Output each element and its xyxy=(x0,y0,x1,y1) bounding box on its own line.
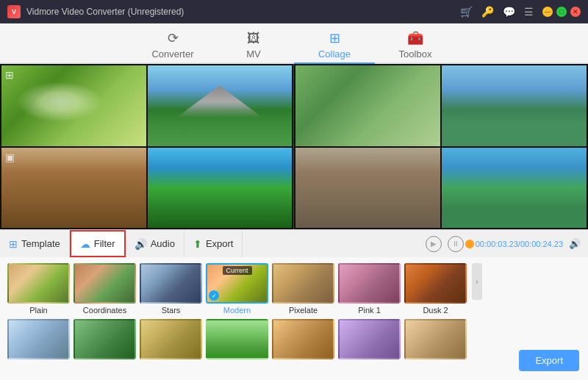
collage-icon: ⊞ xyxy=(329,30,340,46)
filter-r2-1-thumb xyxy=(7,319,70,359)
filter-r2-1[interactable] xyxy=(7,319,70,359)
filter-r2-3-thumb xyxy=(140,319,202,359)
filter-icon: ☁ xyxy=(80,238,90,250)
filter-r2-4-thumb xyxy=(206,319,268,359)
export-button[interactable]: Export xyxy=(519,350,579,371)
filter-dusk2-label: Dusk 2 xyxy=(423,306,448,315)
filter-pink1-thumb xyxy=(338,263,401,304)
filter-modern[interactable]: Current ✓ Modern xyxy=(206,263,268,315)
player-controls: ▶ ⏸ 00:00:03.23/00:00:24.23 🔊 xyxy=(426,236,588,252)
title-bar-left: V Vidmore Video Converter (Unregistered) xyxy=(7,5,184,18)
filter-plain-thumb xyxy=(7,263,70,304)
tab-collage[interactable]: ⊞ Collage xyxy=(294,27,375,64)
export-toolbar-button[interactable]: ⬆ Export xyxy=(184,230,243,257)
filter-plain-label: Plain xyxy=(29,306,47,315)
title-bar-right: 🛒 🔑 💬 ☰ — □ ✕ xyxy=(460,6,581,18)
filter-coordinates-label: Coordinates xyxy=(83,306,126,315)
scroll-arrow-icon[interactable]: › xyxy=(472,263,482,300)
filter-r2-6[interactable] xyxy=(338,319,401,359)
filter-panel: Plain Coordinates Stars Current ✓ Modern… xyxy=(0,257,588,380)
collage-cell-4[interactable] xyxy=(148,148,293,229)
tab-collage-label: Collage xyxy=(318,49,351,60)
filter-r2-3[interactable] xyxy=(140,319,202,359)
filter-row-1: Plain Coordinates Stars Current ✓ Modern… xyxy=(7,263,581,315)
time-display: 00:00:03.23/00:00:24.23 xyxy=(476,240,563,248)
cart-icon[interactable]: 🛒 xyxy=(460,6,473,18)
minimize-button[interactable]: — xyxy=(542,7,553,17)
filter-pixelate[interactable]: Pixelate xyxy=(272,263,334,315)
stop-button[interactable]: ⏸ xyxy=(448,236,464,252)
filter-r2-2-thumb xyxy=(74,319,136,359)
maximize-button[interactable]: □ xyxy=(556,7,567,17)
filter-coordinates-thumb xyxy=(74,263,136,304)
filter-modern-thumb: Current ✓ xyxy=(206,263,268,304)
filter-r2-7[interactable] xyxy=(404,319,467,359)
audio-icon: 🔊 xyxy=(135,238,147,250)
title-bar: V Vidmore Video Converter (Unregistered)… xyxy=(0,0,588,24)
tab-converter[interactable]: ⟳ Converter xyxy=(132,27,213,64)
window-controls: — □ ✕ xyxy=(542,7,581,17)
tab-mv[interactable]: 🖼 MV xyxy=(213,27,294,64)
scroll-right[interactable]: › xyxy=(472,263,482,300)
toolbar: ⊞ Template ☁ Filter 🔊 Audio ⬆ Export ▶ ⏸… xyxy=(0,229,588,257)
volume-icon[interactable]: 🔊 xyxy=(569,238,581,249)
filter-r2-4[interactable] xyxy=(206,319,268,359)
filter-row-2 xyxy=(7,319,581,359)
filter-pixelate-label: Pixelate xyxy=(289,306,318,315)
toolbox-icon: 🧰 xyxy=(407,30,423,46)
template-label: Template xyxy=(21,238,60,249)
preview-cell-2 xyxy=(442,65,587,146)
filter-stars[interactable]: Stars xyxy=(140,263,202,315)
preview-cell-1 xyxy=(295,65,440,146)
filter-r2-5[interactable] xyxy=(272,319,334,359)
filter-pink1-label: Pink 1 xyxy=(358,306,381,315)
tab-converter-label: Converter xyxy=(151,49,193,60)
filter-dusk2[interactable]: Dusk 2 xyxy=(404,263,467,315)
audio-button[interactable]: 🔊 Audio xyxy=(126,230,184,257)
preview-grid xyxy=(294,64,588,229)
filter-r2-7-thumb xyxy=(404,319,467,359)
chat-icon[interactable]: 💬 xyxy=(503,6,515,18)
tab-mv-label: MV xyxy=(246,49,261,60)
filter-plain[interactable]: Plain xyxy=(7,263,70,315)
tab-toolbox[interactable]: 🧰 Toolbox xyxy=(375,27,456,64)
collage-grid xyxy=(0,64,293,229)
preview-cell-3 xyxy=(295,148,440,229)
menu-icon[interactable]: ☰ xyxy=(524,6,534,18)
filter-dusk2-thumb xyxy=(404,263,467,304)
collage-cell-1[interactable] xyxy=(1,65,146,146)
key-icon[interactable]: 🔑 xyxy=(481,6,494,18)
export-icon: ⬆ xyxy=(193,238,202,250)
check-badge: ✓ xyxy=(209,290,219,301)
converter-icon: ⟳ xyxy=(168,30,179,46)
current-badge: Current xyxy=(222,266,251,275)
app-icon: V xyxy=(7,5,21,18)
mv-icon: 🖼 xyxy=(247,31,260,46)
collage-cell-2[interactable] xyxy=(148,65,293,146)
filter-r2-5-thumb xyxy=(272,319,334,359)
filter-stars-thumb xyxy=(140,263,202,304)
nav-tabs: ⟳ Converter 🖼 MV ⊞ Collage 🧰 Toolbox xyxy=(0,24,588,64)
audio-label: Audio xyxy=(151,238,175,249)
filter-modern-label: Modern xyxy=(223,306,251,315)
filter-coordinates[interactable]: Coordinates xyxy=(74,263,136,315)
preview-cell-4 xyxy=(442,148,587,229)
tab-toolbox-label: Toolbox xyxy=(399,49,432,60)
template-button[interactable]: ⊞ Template xyxy=(0,230,70,257)
filter-button[interactable]: ☁ Filter xyxy=(70,230,126,257)
filter-r2-6-thumb xyxy=(338,319,401,359)
collage-editor xyxy=(0,64,294,229)
close-button[interactable]: ✕ xyxy=(570,7,581,17)
collage-cell-3[interactable] xyxy=(1,148,146,229)
filter-pink1[interactable]: Pink 1 xyxy=(338,263,401,315)
play-button[interactable]: ▶ xyxy=(426,236,442,252)
filter-stars-label: Stars xyxy=(162,306,181,315)
filter-r2-2[interactable] xyxy=(74,319,136,359)
app-title: Vidmore Video Converter (Unregistered) xyxy=(26,7,184,17)
template-icon: ⊞ xyxy=(9,238,18,250)
export-toolbar-label: Export xyxy=(206,238,234,249)
preview-panel xyxy=(294,64,588,229)
filter-pixelate-thumb xyxy=(272,263,334,304)
filter-label: Filter xyxy=(94,238,115,249)
progress-thumb xyxy=(465,240,474,248)
